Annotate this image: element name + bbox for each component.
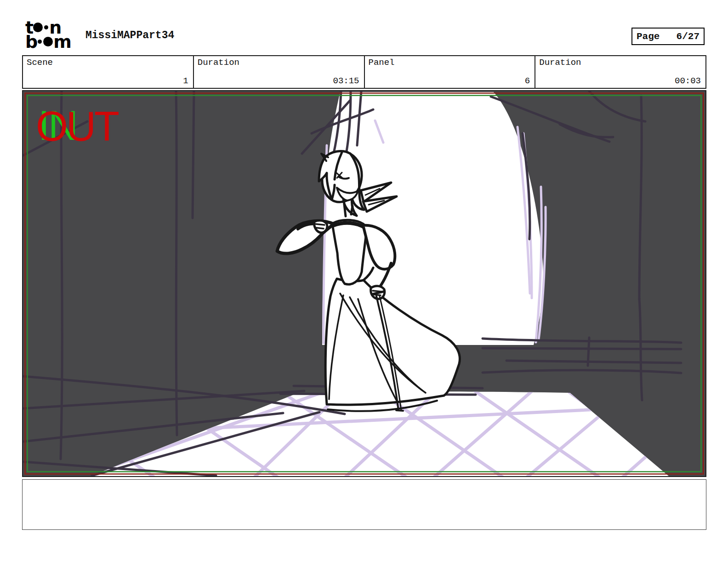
storyboard-page: t n b m MissiMAPPart34 Page 6/27 Scene 1…: [0, 0, 728, 563]
logo-line-2: b m: [25, 34, 85, 49]
scene-duration-label: Duration: [198, 57, 239, 68]
scene-value: 1: [183, 76, 188, 86]
camera-out-marker: OUT: [36, 103, 119, 149]
scene-duration-cell: Duration 03:15: [194, 56, 365, 88]
page-number: 6/27: [677, 31, 700, 42]
project-title: MissiMAPPart34: [85, 29, 174, 41]
panel-value: 6: [525, 76, 530, 86]
panel-duration-label: Duration: [539, 57, 581, 68]
scene-duration-value: 03:15: [333, 76, 359, 86]
page-label: Page: [637, 31, 660, 42]
storyboard-drawing-panel: IN OUT: [22, 90, 706, 477]
scene-label: Scene: [27, 57, 53, 68]
logo-letter: b: [25, 35, 37, 49]
logo-dot-icon: [38, 40, 42, 44]
toonboom-logo: t n b m: [25, 20, 85, 49]
scene-cell: Scene 1: [23, 56, 194, 88]
logo-dot-icon: [33, 23, 43, 32]
logo-dot-icon: [44, 25, 48, 29]
panel-label: Panel: [369, 57, 395, 68]
logo-dot-icon: [43, 37, 53, 46]
page-indicator: Page 6/27: [631, 28, 705, 45]
panel-duration-cell: Duration 00:03: [535, 56, 705, 88]
panel-info-table: Scene 1 Duration 03:15 Panel 6 Duration …: [22, 55, 706, 89]
panel-duration-value: 00:03: [675, 76, 701, 86]
storyboard-artwork: IN OUT: [23, 91, 705, 476]
caption-box: [22, 479, 706, 530]
panel-cell: Panel 6: [365, 56, 536, 88]
logo-letter: m: [53, 35, 71, 49]
